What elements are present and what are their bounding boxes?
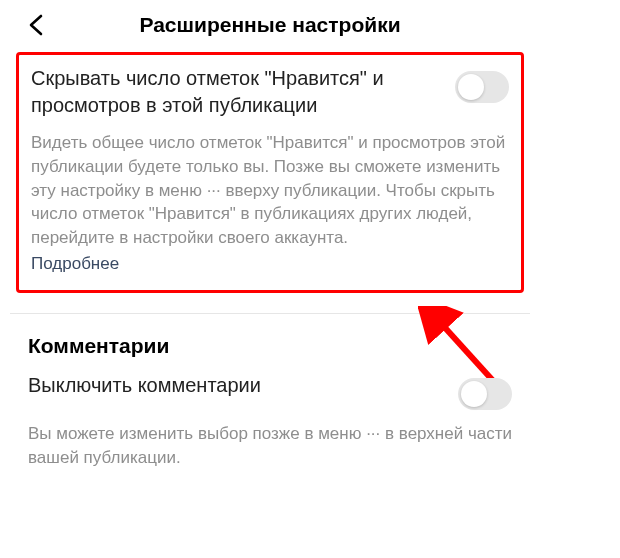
comments-section: Выключить комментарии Вы можете изменить… [10, 372, 530, 488]
hide-likes-description: Видеть общее число отметок "Нравится" и … [31, 131, 509, 250]
settings-screen: Расширенные настройки Скрывать число отм… [10, 0, 530, 487]
divider [10, 313, 530, 314]
disable-comments-description: Вы можете изменить выбор позже в меню ··… [28, 422, 512, 470]
hide-likes-toggle[interactable] [455, 71, 509, 103]
disable-comments-label: Выключить комментарии [28, 372, 446, 399]
hide-likes-label: Скрывать число отметок "Нравится" и прос… [31, 65, 443, 119]
page-title: Расширенные настройки [10, 13, 530, 37]
hide-likes-row: Скрывать число отметок "Нравится" и прос… [31, 65, 509, 119]
comments-heading: Комментарии [10, 334, 530, 358]
highlight-annotation: Скрывать число отметок "Нравится" и прос… [16, 52, 524, 293]
header: Расширенные настройки [10, 0, 530, 52]
disable-comments-toggle[interactable] [458, 378, 512, 410]
chevron-left-icon [28, 14, 46, 36]
learn-more-link[interactable]: Подробнее [31, 252, 119, 276]
back-button[interactable] [24, 12, 50, 38]
disable-comments-row: Выключить комментарии [28, 372, 512, 410]
